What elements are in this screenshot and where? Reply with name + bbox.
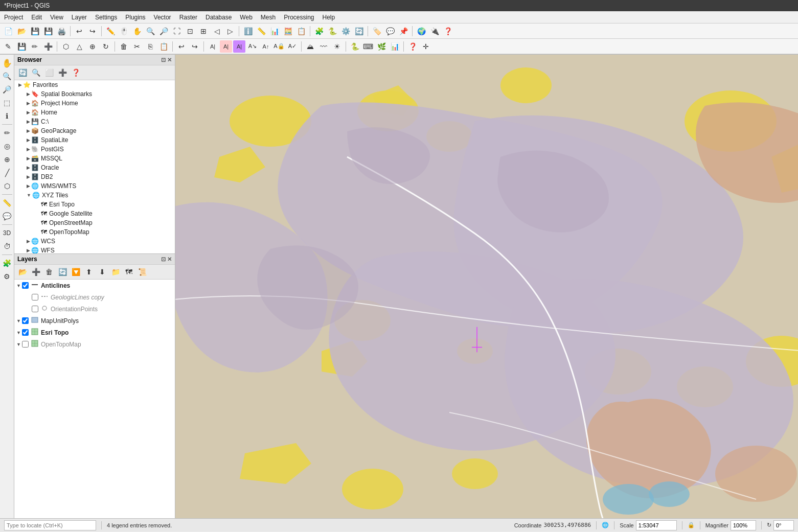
- browser-add-btn[interactable]: ➕: [56, 66, 69, 79]
- menu-processing[interactable]: Processing: [280, 13, 318, 22]
- add-point-tool[interactable]: ⊕: [1, 153, 13, 166]
- map-canvas[interactable]: [175, 55, 798, 518]
- zoom-in-btn[interactable]: 🔍: [144, 25, 156, 37]
- menu-vector[interactable]: Vector: [150, 13, 175, 22]
- refresh-btn[interactable]: 🔄: [353, 25, 365, 37]
- qgis-server-btn[interactable]: 🌍: [415, 25, 427, 37]
- zoom-next-btn[interactable]: ▷: [224, 25, 236, 37]
- python2-btn[interactable]: 🐍: [349, 40, 361, 53]
- browser-item-12[interactable]: ▼🌐XYZ Tiles: [14, 191, 175, 200]
- layers-float-btn[interactable]: ⊡: [161, 256, 166, 263]
- save-as-btn[interactable]: 💾: [42, 25, 54, 37]
- label4-btn[interactable]: A↘: [246, 40, 259, 53]
- contour-btn[interactable]: 〰: [317, 40, 330, 53]
- menu-help[interactable]: Help: [318, 13, 339, 22]
- browser-filter-btn[interactable]: 🔍: [30, 66, 42, 79]
- browser-item-8[interactable]: ▶🗃️MSSQL: [14, 154, 175, 163]
- rotation-input[interactable]: [773, 520, 794, 530]
- statistics-btn[interactable]: 📊: [268, 25, 281, 37]
- add-feature-btn[interactable]: ➕: [42, 40, 54, 53]
- layers-close-btn[interactable]: ✕: [167, 256, 172, 263]
- processing-btn[interactable]: ⚙️: [339, 25, 352, 37]
- help2-btn[interactable]: ❓: [406, 40, 419, 53]
- pan-tool[interactable]: ✋: [1, 57, 13, 69]
- browser-item-3[interactable]: ▶🏠Home: [14, 108, 175, 117]
- layer-item-5[interactable]: ▼OpenTopoMap: [14, 338, 175, 350]
- status-crs[interactable]: 🌐: [602, 522, 609, 528]
- browser-item-10[interactable]: ▶🗄️DB2: [14, 172, 175, 181]
- layer-item-2[interactable]: OrientationPoints: [14, 303, 175, 315]
- menu-project[interactable]: Project: [0, 13, 27, 22]
- browser-item-16[interactable]: 🗺OpenTopoMap: [14, 227, 175, 237]
- label-tool-btn[interactable]: A|: [207, 40, 219, 53]
- browser-item-18[interactable]: ▶🌐WFS: [14, 246, 175, 253]
- zoom-in-tool[interactable]: 🔍: [1, 70, 13, 82]
- browser-item-9[interactable]: ▶🗄️Oracle: [14, 163, 175, 172]
- layers-open-btn[interactable]: 📂: [16, 266, 29, 278]
- print-btn[interactable]: 🖨️: [55, 25, 67, 37]
- menu-database[interactable]: Database: [201, 13, 236, 22]
- vertex-btn[interactable]: △: [73, 40, 85, 53]
- layers-remove-btn[interactable]: 🗑: [43, 266, 55, 278]
- browser-item-13[interactable]: 🗺Esri Topo: [14, 200, 175, 209]
- browser-float-btn[interactable]: ⊡: [161, 57, 166, 63]
- digitize-btn[interactable]: ✏️: [104, 25, 117, 37]
- save-project-btn[interactable]: 💾: [29, 25, 41, 37]
- browser-help-btn[interactable]: ❓: [70, 66, 82, 79]
- zoom-out-tool[interactable]: 🔎: [1, 83, 13, 96]
- layers-up-btn[interactable]: ⬆: [83, 266, 95, 278]
- scale-input[interactable]: [636, 520, 677, 530]
- layer-item-0[interactable]: ▼Anticlines: [14, 280, 175, 291]
- layers-group-btn[interactable]: 📁: [109, 266, 122, 278]
- copy-features-btn[interactable]: ⎘: [144, 40, 156, 53]
- redo-btn[interactable]: ↪: [86, 25, 99, 37]
- measure-btn[interactable]: 📏: [255, 25, 267, 37]
- select-tool[interactable]: ⬚: [1, 97, 13, 109]
- menu-mesh[interactable]: Mesh: [257, 13, 280, 22]
- new-project-btn[interactable]: 📄: [2, 25, 14, 37]
- browser-item-11[interactable]: ▶🌐WMS/WMTS: [14, 181, 175, 191]
- layers-legend-btn[interactable]: 📜: [136, 266, 148, 278]
- browser-item-7[interactable]: ▶🐘PostGIS: [14, 145, 175, 154]
- browser-item-2[interactable]: ▶🏠Project Home: [14, 99, 175, 108]
- field-calc-btn[interactable]: 🧮: [282, 25, 294, 37]
- layers-refresh-btn[interactable]: 🔄: [56, 266, 69, 278]
- console2-btn[interactable]: ⌨: [362, 40, 374, 53]
- zoom-select-btn[interactable]: ⊞: [197, 25, 210, 37]
- zoom-full-btn[interactable]: ⛶: [171, 25, 183, 37]
- magnifier-input[interactable]: [731, 520, 756, 530]
- help-btn[interactable]: ❓: [442, 25, 454, 37]
- attr-table-btn[interactable]: 📋: [295, 25, 307, 37]
- zoom-prev-btn[interactable]: ◁: [211, 25, 223, 37]
- zoom-out-btn[interactable]: 🔎: [157, 25, 170, 37]
- node-tool-btn[interactable]: ⬡: [60, 40, 72, 53]
- pan-btn[interactable]: ✋: [131, 25, 143, 37]
- identify-btn[interactable]: ℹ️: [242, 25, 254, 37]
- layers-filter-btn[interactable]: 🔽: [70, 266, 82, 278]
- identify-tool[interactable]: ℹ: [1, 110, 13, 122]
- zoom-layer-btn[interactable]: ⊡: [184, 25, 196, 37]
- menu-view[interactable]: View: [46, 13, 67, 22]
- label3-btn[interactable]: A|: [233, 40, 245, 53]
- annotation-btn[interactable]: 💬: [384, 25, 396, 37]
- hillshade-btn[interactable]: ☀: [331, 40, 343, 53]
- layers-add-btn[interactable]: ➕: [30, 266, 42, 278]
- menu-settings[interactable]: Settings: [91, 13, 121, 22]
- browser-collapse-btn[interactable]: ⬜: [43, 66, 55, 79]
- edit-layer-btn[interactable]: ✎: [2, 40, 14, 53]
- layer-item-1[interactable]: GeologicLines copy: [14, 291, 175, 303]
- node-tool2[interactable]: ◎: [1, 140, 13, 152]
- annotation-tool[interactable]: 💬: [1, 210, 13, 222]
- menu-edit[interactable]: Edit: [27, 13, 46, 22]
- add-line-tool[interactable]: ╱: [1, 167, 13, 179]
- plugin-mgr-btn[interactable]: 🧩: [313, 25, 325, 37]
- undo2-btn[interactable]: ↩: [175, 40, 188, 53]
- plugins-tool[interactable]: 🧩: [1, 257, 13, 269]
- layers-down-btn[interactable]: ⬇: [96, 266, 108, 278]
- saga-btn[interactable]: 📊: [389, 40, 401, 53]
- python-btn[interactable]: 🐍: [326, 25, 338, 37]
- edit-tool[interactable]: ✏: [1, 127, 13, 139]
- layer-item-3[interactable]: ▼MapUnitPolys: [14, 315, 175, 327]
- browser-item-1[interactable]: ▶🔖Spatial Bookmarks: [14, 89, 175, 99]
- toggle-edit-btn[interactable]: ✏: [29, 40, 41, 53]
